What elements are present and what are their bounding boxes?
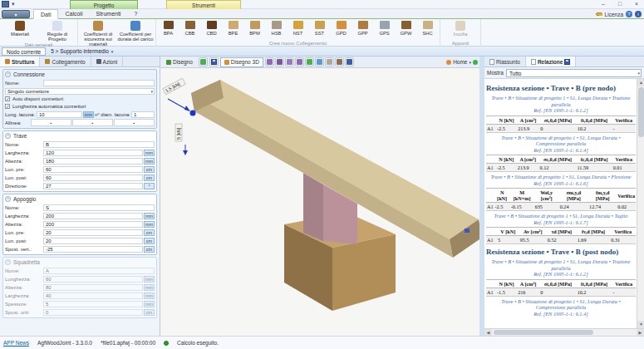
property-input[interactable]: -25 (43, 246, 143, 253)
ribbon-button-materiali[interactable]: Materiali (2, 20, 38, 37)
section-view-button[interactable] (325, 57, 334, 66)
shaded-view-button[interactable] (285, 57, 294, 66)
save-image-button[interactable] (209, 57, 219, 66)
align-center-button[interactable]: ▪ (72, 119, 113, 126)
minimize-button[interactable]: – (596, 0, 611, 8)
auto-arrange-checkbox[interactable]: ✓ (5, 96, 10, 101)
scroll-left-icon[interactable]: ◀ (484, 329, 492, 336)
unit-badge[interactable]: mm (144, 292, 155, 299)
property-input[interactable]: 20 (43, 238, 143, 244)
unit-badge[interactable]: mm (144, 301, 155, 307)
ribbon-button-gpp[interactable]: GPP (352, 20, 373, 36)
align-left-button[interactable]: ▪ (31, 119, 71, 126)
collapse-icon[interactable]: ⌃ (5, 259, 11, 265)
help-icon[interactable]: ? (626, 11, 632, 17)
ribbon-button-nst[interactable]: NST (288, 20, 308, 36)
quick-access-toolbar[interactable]: ▾ (12, 1, 15, 7)
tab-riassunto[interactable]: Riassunto (484, 57, 526, 66)
unit-badge[interactable]: mm (144, 213, 155, 219)
info-icon[interactable]: i (635, 11, 642, 17)
property-input[interactable]: 180 (43, 158, 143, 165)
solid-view-button[interactable] (265, 57, 274, 66)
license-button[interactable]: Licenza (605, 12, 623, 17)
save-report-icon[interactable] (564, 59, 570, 65)
tab-azioni[interactable]: Azioni (91, 57, 124, 66)
ribbon-button-coefficienti-per-durata-del-carico[interactable]: Coefficienti per durata del carico (117, 20, 154, 42)
vertical-scrollbar[interactable]: ▲ ▼ (637, 79, 644, 328)
report-view[interactable]: Resistenza sezione • Trave • B (pre nodo… (484, 79, 644, 329)
gap-unit-badge[interactable]: mm (83, 111, 94, 118)
ribbon-button-bpm[interactable]: BPM (244, 20, 265, 36)
save-view-button[interactable] (345, 57, 354, 66)
mostra-select[interactable]: Tutto ▾ (506, 69, 642, 77)
connector-type-select[interactable]: Singolo connettore ▾ (5, 88, 155, 95)
wireframe-view-button[interactable] (275, 57, 284, 66)
app-menu-button[interactable]: ▾ (2, 10, 30, 18)
current-node-dropdown[interactable]: 5 > Supporto intermedio (51, 48, 109, 54)
transparent-view-button[interactable] (295, 57, 304, 66)
maximize-button[interactable]: □ (612, 0, 627, 8)
property-input[interactable]: 27 (43, 183, 143, 189)
ribbon-button-gpd[interactable]: GPD (331, 20, 351, 36)
ribbon-button-cbd[interactable]: CBD (201, 20, 222, 36)
gap-length-input[interactable]: 10 (37, 111, 82, 118)
collapse-icon[interactable]: ⌃ (5, 71, 11, 77)
property-input[interactable]: 60 (43, 174, 143, 181)
ribbon-tab-strumenti[interactable]: Strumenti (89, 9, 127, 19)
unit-badge[interactable]: cm (144, 309, 155, 316)
ribbon-button-shc[interactable]: SHC (417, 20, 438, 36)
property-input[interactable]: 200 (43, 221, 143, 228)
unit-badge[interactable]: cm (144, 166, 155, 173)
scroll-down-icon[interactable]: ▼ (637, 321, 644, 328)
ribbon-tab-?[interactable]: ? (127, 9, 144, 19)
collapse-icon[interactable]: ⌃ (5, 133, 11, 139)
zoom-extents-button[interactable] (199, 57, 208, 66)
zoom-fit-button[interactable] (305, 57, 314, 66)
property-input[interactable]: 20 (43, 229, 143, 236)
tab-struttura[interactable]: Struttura (0, 57, 40, 66)
explode-view-button[interactable] (335, 57, 344, 66)
tab-collegamento[interactable]: Collegamento (40, 57, 91, 66)
property-input[interactable]: 0 (43, 309, 143, 316)
tab-disegno-3d[interactable]: Disegno 3D (220, 57, 263, 67)
unit-badge[interactable]: cm (144, 174, 155, 181)
record-view-icon[interactable] (473, 60, 478, 65)
unit-badge[interactable]: mm (144, 158, 155, 165)
ribbon-button-cbb[interactable]: CBB (179, 20, 200, 36)
ribbon-button-incolla[interactable]: Incolla (442, 20, 479, 37)
property-input[interactable]: B (43, 141, 155, 148)
unit-badge[interactable]: cm (144, 238, 155, 244)
gap-diam-input[interactable]: 1 (131, 111, 155, 118)
close-button[interactable]: × (629, 0, 644, 8)
auto-length-checkbox[interactable]: ✓ (5, 104, 10, 109)
unit-badge[interactable]: cm (144, 246, 155, 253)
ribbon-button-bpe[interactable]: BPE (223, 20, 243, 36)
ribbon-button-sst[interactable]: SST (309, 20, 330, 36)
rotate-view-button[interactable] (315, 57, 324, 66)
viewport-3d[interactable]: 1.5 [kN] 5 [kN] (160, 68, 479, 336)
property-input[interactable]: 40 (43, 292, 143, 299)
context-tab-progetto[interactable]: Progetto (70, 0, 138, 9)
collapse-icon[interactable]: ⌃ (5, 196, 11, 202)
unit-badge[interactable]: cm (144, 229, 155, 236)
home-view-control[interactable]: Home ▾ (446, 59, 478, 65)
property-input[interactable]: 80 (43, 284, 143, 291)
horizontal-scrollbar[interactable]: ◀ ▶ (484, 329, 644, 336)
scroll-thumb[interactable] (494, 330, 593, 335)
unit-badge[interactable]: mm (144, 276, 155, 283)
unit-badge[interactable]: mm (144, 150, 155, 156)
ribbon-button-bpa[interactable]: BPA (158, 20, 179, 36)
ribbon-button-gps[interactable]: GPS (374, 20, 395, 36)
connection-name-input[interactable] (43, 80, 155, 86)
scroll-thumb[interactable] (638, 87, 644, 137)
tab-disegno[interactable]: Disegno (162, 57, 197, 67)
property-input[interactable]: 120 (43, 150, 143, 156)
app-news-link[interactable]: APP News (3, 340, 29, 346)
ribbon-button-gpw[interactable]: GPW (396, 20, 416, 36)
unit-badge[interactable]: mm (144, 221, 155, 228)
ribbon-button-regole-di-progetto[interactable]: Regole di Progetto (39, 20, 76, 42)
property-input[interactable]: 5 (43, 301, 143, 307)
ribbon-tab-dati[interactable]: Dati (33, 9, 58, 19)
property-input[interactable]: 60 (43, 276, 143, 283)
property-input[interactable]: 60 (43, 166, 143, 173)
